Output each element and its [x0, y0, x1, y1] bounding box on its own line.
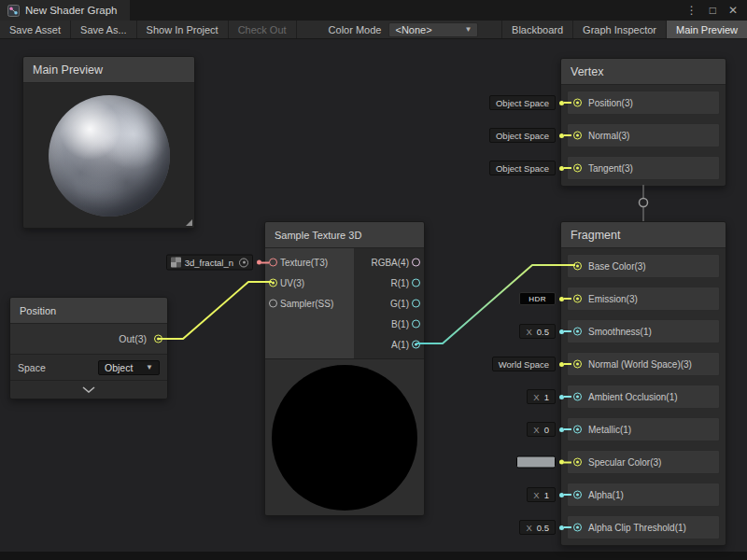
normal-ws-port[interactable]	[573, 360, 582, 369]
fragment-row-alpha[interactable]: Alpha(1) X 1	[567, 483, 720, 507]
uv-input-row: UV(3)	[265, 273, 354, 293]
fragment-row-ambient-occlusion[interactable]: Ambient Occlusion(1) X 1	[567, 385, 720, 409]
fragment-row-emission[interactable]: Emission(3) HDR	[567, 287, 720, 311]
metallic-default-widget: X 0	[527, 422, 571, 437]
tangent-port[interactable]	[573, 164, 582, 173]
chevron-down-icon: ▼	[465, 25, 472, 34]
object-space-dropdown[interactable]: Object Space	[489, 95, 556, 110]
normal-port[interactable]	[573, 132, 582, 140]
position-port[interactable]	[573, 99, 582, 107]
alpha-clip-default-widget: X 0.5	[519, 520, 571, 535]
save-asset-button[interactable]: Save Asset	[0, 21, 71, 38]
b-output-port[interactable]	[412, 320, 420, 329]
alpha-label: Alpha(1)	[588, 490, 624, 500]
texture-field[interactable]: 3d_fractal_n	[166, 255, 253, 271]
fragment-row-alpha-clip[interactable]: Alpha Clip Threshold(1) X 0.5	[567, 515, 720, 539]
alpha-default-widget: X 1	[527, 487, 571, 502]
fragment-body: Base Color(3) Emission(3) HDR Smoothness…	[561, 248, 726, 545]
position-node-title[interactable]: Position	[10, 298, 167, 324]
uv-input-port[interactable]	[269, 279, 277, 287]
space-label: Space	[18, 362, 46, 373]
object-space-dropdown[interactable]: Object Space	[489, 128, 556, 143]
texture-input-port[interactable]	[269, 259, 277, 267]
specular-color-swatch[interactable]	[516, 456, 556, 469]
menu-icon[interactable]: ⋮	[686, 4, 698, 17]
r-output-row: R(1)	[354, 273, 424, 293]
alpha-clip-field[interactable]: X 0.5	[519, 520, 556, 535]
smoothness-port[interactable]	[573, 328, 582, 336]
object-space-value: Object Space	[496, 98, 549, 108]
vertex-title[interactable]: Vertex	[561, 59, 726, 85]
space-dropdown[interactable]: Object ▼	[98, 360, 160, 375]
widget-wire	[564, 298, 571, 300]
g-output-port[interactable]	[412, 300, 420, 308]
sample-texture-3d-node[interactable]: Sample Texture 3D Texture(T3) 3d_fractal…	[264, 221, 425, 516]
emission-port[interactable]	[573, 295, 582, 303]
smoothness-field[interactable]: X 0.5	[519, 324, 556, 339]
ambient-occlusion-port[interactable]	[573, 393, 582, 401]
sampler-input-row: Sampler(SS)	[265, 293, 354, 314]
save-as-button[interactable]: Save As...	[71, 21, 137, 38]
metallic-port[interactable]	[573, 426, 582, 434]
vertex-body: Position(3) Object Space Normal(3) Objec…	[561, 85, 726, 186]
out-label: Out(3)	[119, 333, 147, 344]
vertex-row-tangent[interactable]: Tangent(3) Object Space	[567, 156, 720, 180]
g-output-row: G(1)	[354, 293, 424, 314]
world-space-dropdown[interactable]: World Space	[492, 357, 556, 371]
position-out-row: Out(3)	[10, 324, 167, 355]
space-value: Object	[105, 362, 133, 373]
widget-wire	[564, 363, 571, 365]
fragment-row-metallic[interactable]: Metallic(1) X 0	[567, 417, 720, 441]
fragment-title[interactable]: Fragment	[561, 222, 726, 248]
fragment-context-node[interactable]: Fragment Base Color(3) Emission(3) HDR	[560, 221, 726, 546]
preview-sphere	[49, 95, 170, 217]
window-tab[interactable]: New Shader Graph	[0, 0, 130, 21]
vertex-context-node[interactable]: Vertex Position(3) Object Space Normal(3…	[560, 58, 726, 187]
fragment-row-normal-ws[interactable]: Normal (World Space)(3) World Space	[567, 352, 720, 376]
specular-default-widget	[516, 456, 571, 469]
specular-color-port[interactable]	[573, 458, 582, 467]
show-in-project-button[interactable]: Show In Project	[137, 21, 229, 38]
chevron-down-icon	[82, 386, 95, 393]
out-port[interactable]	[154, 335, 162, 343]
shader-graph-window: New Shader Graph ⋮ □ ✕ Save Asset Save A…	[0, 0, 747, 560]
close-icon[interactable]: ✕	[728, 4, 738, 17]
main-preview-title[interactable]: Main Preview	[23, 57, 194, 83]
graph-inspector-button[interactable]: Graph Inspector	[572, 21, 666, 38]
vertex-row-normal[interactable]: Normal(3) Object Space	[567, 123, 720, 147]
main-preview-button[interactable]: Main Preview	[666, 21, 747, 38]
hdr-color-field[interactable]: HDR	[519, 292, 556, 305]
fragment-row-specular-color[interactable]: Specular Color(3)	[567, 450, 720, 474]
object-space-dropdown[interactable]: Object Space	[489, 161, 556, 175]
toolbar-right-group: Blackboard Graph Inspector Main Preview	[501, 21, 747, 38]
object-picker-icon[interactable]	[239, 258, 248, 267]
maximize-icon[interactable]: □	[710, 4, 716, 17]
fragment-row-smoothness[interactable]: Smoothness(1) X 0.5	[567, 319, 720, 343]
sample-node-title[interactable]: Sample Texture 3D	[265, 222, 424, 248]
rgba-output-port[interactable]	[412, 259, 420, 267]
vertex-row-position[interactable]: Position(3) Object Space	[567, 91, 720, 115]
alpha-clip-port[interactable]	[573, 524, 582, 532]
hdr-badge: HDR	[529, 295, 546, 303]
b-output-row: B(1)	[354, 314, 424, 334]
base-color-port[interactable]	[573, 262, 582, 271]
alpha-field[interactable]: X 1	[527, 487, 556, 502]
alpha-port[interactable]	[573, 491, 582, 499]
sampler-input-port[interactable]	[269, 300, 277, 308]
metallic-label: Metallic(1)	[588, 425, 631, 435]
collapse-chevron[interactable]	[10, 381, 167, 399]
blackboard-button[interactable]: Blackboard	[501, 21, 572, 38]
fragment-row-base-color[interactable]: Base Color(3)	[567, 254, 720, 278]
resize-handle[interactable]	[186, 219, 192, 226]
r-output-port[interactable]	[412, 279, 420, 287]
ambient-occlusion-field[interactable]: X 1	[527, 389, 556, 404]
a-output-port[interactable]	[412, 341, 420, 349]
field-value: 0.5	[537, 327, 549, 337]
normal-ws-default-widget: World Space	[492, 357, 571, 371]
position-node[interactable]: Position Out(3) Space Object ▼	[9, 297, 168, 399]
axis-label: X	[533, 425, 539, 435]
widget-wire	[564, 167, 571, 169]
field-value: 0.5	[537, 523, 549, 533]
color-mode-dropdown[interactable]: <None> ▼	[388, 22, 478, 37]
metallic-field[interactable]: X 0	[527, 422, 556, 437]
